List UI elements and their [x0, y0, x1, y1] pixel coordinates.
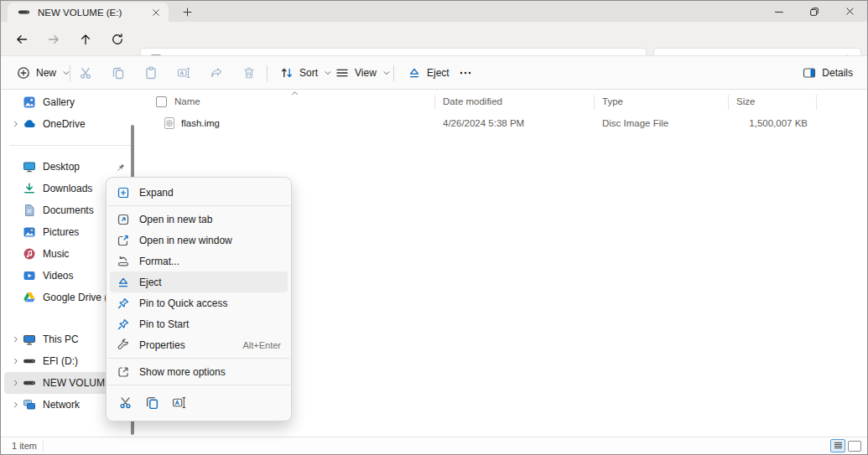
status-bar: 1 item — [1, 437, 867, 454]
sort-icon — [280, 66, 294, 80]
file-type: Disc Image File — [602, 118, 668, 128]
drive-icon — [23, 376, 36, 390]
delete-button[interactable] — [236, 60, 262, 85]
menu-item-pin-to-start[interactable]: Pin to Start — [110, 313, 288, 334]
sidebar-item-gallery[interactable]: Gallery — [1, 91, 139, 113]
menu-item-format[interactable]: Format... — [110, 251, 288, 271]
music-icon — [23, 247, 36, 261]
back-button[interactable] — [9, 28, 34, 50]
sidebar-item-desktop[interactable]: Desktop — [1, 156, 139, 178]
navigation-bar: NEW VOLUME (E:) — [1, 22, 867, 55]
refresh-button[interactable] — [105, 28, 130, 50]
onedrive-icon — [23, 117, 36, 131]
view-button[interactable]: View — [330, 60, 397, 85]
open-in-new-window-icon — [117, 234, 130, 247]
forward-button[interactable] — [41, 28, 66, 50]
eject-toolbar-button[interactable]: Eject — [402, 60, 455, 85]
restore-button[interactable] — [797, 1, 832, 22]
sidebar-item-onedrive[interactable]: OneDrive — [1, 113, 139, 135]
menu-quick-actions — [107, 388, 291, 416]
copy-button[interactable] — [105, 60, 132, 85]
show-more-options-icon — [117, 365, 130, 379]
title-bar: NEW VOLUME (E:) — [1, 1, 867, 22]
menu-item-expand[interactable]: Expand — [110, 182, 288, 203]
context-menu: Expand Open in new tab Open in new windo… — [106, 177, 292, 421]
file-row[interactable]: flash.img 4/26/2024 5:38 PM Disc Image F… — [143, 113, 865, 133]
downloads-icon — [23, 182, 36, 195]
this-pc-icon — [23, 333, 36, 346]
view-icon — [335, 66, 349, 80]
cut-menu-button[interactable] — [112, 390, 138, 414]
file-explorer-window: NEW VOLUME (E:) — [0, 0, 868, 455]
desktop-icon — [23, 160, 36, 173]
tab-title: NEW VOLUME (E:) — [38, 8, 148, 18]
eject-icon — [408, 66, 421, 80]
sort-button[interactable]: Sort — [274, 60, 338, 85]
chevron-right-icon[interactable] — [9, 354, 23, 368]
file-date-modified: 4/26/2024 5:38 PM — [443, 118, 524, 128]
format-icon — [117, 255, 130, 268]
details-label: Details — [822, 67, 853, 79]
new-tab-button[interactable] — [177, 4, 197, 19]
menu-item-properties[interactable]: Properties Alt+Enter — [110, 334, 288, 355]
column-divider[interactable] — [434, 95, 435, 110]
column-divider[interactable] — [594, 95, 595, 110]
large-icons-view-toggle[interactable] — [848, 441, 861, 452]
command-bar: New Sort — [1, 55, 867, 90]
cut-button[interactable] — [72, 60, 99, 85]
window-controls — [761, 1, 867, 22]
details-pane-button[interactable]: Details — [797, 60, 859, 85]
more-options-button[interactable] — [454, 60, 477, 85]
sidebar-separator — [9, 145, 131, 146]
eject-label: Eject — [427, 67, 450, 79]
videos-icon — [23, 269, 36, 282]
new-button[interactable]: New — [11, 60, 76, 85]
menu-divider — [107, 205, 290, 206]
column-header-name[interactable]: Name — [174, 96, 200, 106]
sort-ascending-icon — [291, 90, 299, 97]
chevron-right-icon[interactable] — [9, 117, 23, 131]
status-divider — [43, 441, 44, 452]
paste-button[interactable] — [138, 60, 164, 85]
chevron-down-icon — [382, 69, 391, 77]
tab-close-icon[interactable] — [148, 5, 164, 20]
select-all-checkbox[interactable] — [156, 96, 167, 107]
details-view-toggle[interactable] — [830, 439, 845, 452]
close-button[interactable] — [832, 1, 867, 22]
sort-label: Sort — [299, 67, 318, 79]
rename-button[interactable] — [170, 60, 197, 85]
menu-divider — [107, 385, 290, 385]
column-header-date-modified[interactable]: Date modified — [443, 96, 502, 106]
menu-item-open-in-new-tab[interactable]: Open in new tab — [110, 209, 288, 230]
new-plus-icon — [17, 66, 30, 80]
column-header-type[interactable]: Type — [602, 96, 623, 106]
chevron-right-icon[interactable] — [9, 376, 23, 390]
column-divider[interactable] — [816, 95, 817, 110]
expand-icon — [117, 186, 130, 199]
gallery-icon — [23, 96, 36, 109]
menu-item-show-more-options[interactable]: Show more options — [110, 361, 288, 382]
eject-icon — [117, 276, 130, 289]
column-headers: Name Date modified Type Size — [143, 93, 865, 111]
chevron-right-icon[interactable] — [9, 398, 23, 411]
open-in-new-tab-icon — [117, 213, 130, 226]
google-drive-icon — [23, 291, 36, 304]
up-button[interactable] — [73, 28, 98, 50]
rename-menu-button[interactable] — [165, 390, 192, 414]
file-name: flash.img — [181, 118, 220, 128]
toolbar-separator — [70, 65, 70, 81]
network-icon — [23, 398, 36, 411]
explorer-tab[interactable]: NEW VOLUME (E:) — [8, 3, 169, 22]
chevron-right-icon[interactable] — [9, 333, 23, 346]
drive-icon — [18, 6, 30, 18]
view-label: View — [355, 67, 377, 79]
menu-divider — [107, 358, 290, 359]
menu-item-eject[interactable]: Eject — [110, 271, 288, 292]
share-button[interactable] — [203, 60, 230, 85]
column-header-size[interactable]: Size — [736, 96, 755, 106]
minimize-button[interactable] — [761, 1, 797, 22]
menu-item-open-in-new-window[interactable]: Open in new window — [110, 230, 288, 251]
column-divider[interactable] — [728, 95, 729, 110]
menu-item-pin-to-quick-access[interactable]: Pin to Quick access — [110, 292, 288, 313]
copy-menu-button[interactable] — [138, 390, 165, 414]
